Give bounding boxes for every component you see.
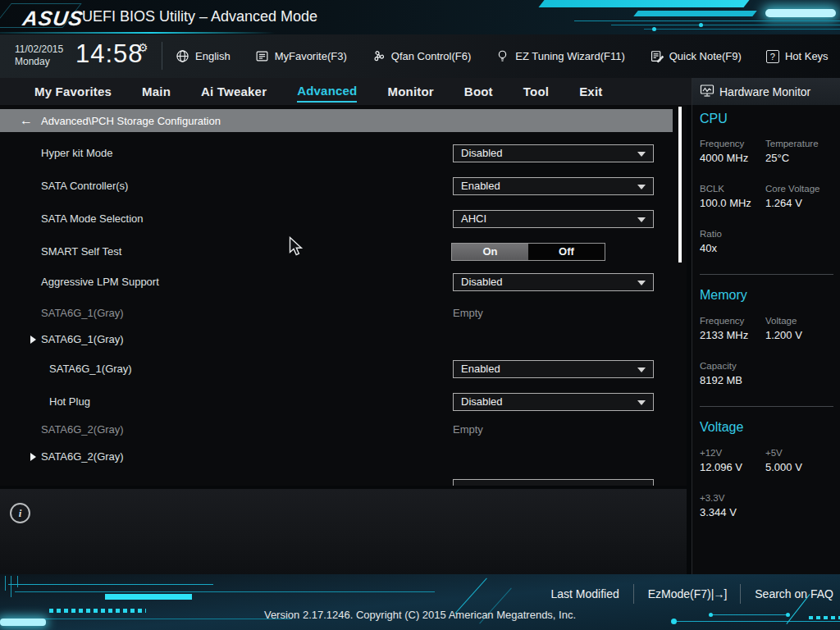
expandable-setting-row[interactable]: SATA6G_2(Gray): [0, 448, 673, 466]
chevron-down-icon: [637, 368, 646, 372]
date-display[interactable]: 11/02/2015 Monday: [15, 43, 63, 68]
circuit-decoration: [11, 576, 11, 597]
breadcrumb[interactable]: ← Advanced\PCH Storage Configuration: [0, 109, 673, 132]
qfan-control-button[interactable]: Qfan Control(F6): [372, 49, 472, 63]
header: ASUS UEFI BIOS Utility – Advanced Mode 1…: [0, 0, 840, 78]
language-label: English: [195, 50, 231, 62]
setting-row: SATA Controller(s) Enabled: [0, 177, 673, 195]
day-text: Monday: [15, 56, 63, 68]
circuit-decoration: [611, 25, 840, 25]
search-on-faq-button[interactable]: Search on FAQ: [755, 587, 833, 600]
cpu-bclk-stat: BCLK 100.0 MHz: [700, 184, 765, 209]
setting-label: SATA6G_2(Gray): [41, 421, 124, 439]
hardware-monitor-panel: Hardware Monitor CPU Frequency 4000 MHz …: [692, 78, 840, 574]
tab-my-favorites[interactable]: My Favorites: [34, 81, 112, 102]
cpu-temperature-stat: Temperature 25°C: [765, 139, 831, 164]
section-divider: [700, 274, 833, 275]
setting-label: SMART Self Test: [41, 243, 121, 261]
setting-row: SMART Self Test On Off: [0, 243, 673, 261]
last-modified-button[interactable]: Last Modified: [550, 587, 619, 600]
ez-tuning-label: EZ Tuning Wizard(F11): [515, 50, 624, 62]
back-arrow-icon[interactable]: ←: [20, 114, 33, 127]
setting-row: SATA6G_1(Gray) Enabled: [0, 360, 673, 378]
ezmode-button[interactable]: EzMode(F7)|→]: [648, 587, 727, 600]
setting-label: SATA6G_2(Gray): [41, 448, 124, 466]
setting-label: Hot Plug: [49, 393, 90, 411]
circuit-decoration: [15, 591, 435, 592]
fan-icon: [372, 49, 386, 63]
setting-dropdown[interactable]: AHCI: [453, 210, 654, 228]
toolbar-divider: [162, 42, 162, 70]
hot-keys-button[interactable]: ? Hot Keys: [766, 50, 829, 63]
circuit-decoration: [699, 23, 703, 27]
tab-exit[interactable]: Exit: [579, 81, 602, 102]
cpu-section-title: CPU: [700, 112, 728, 126]
cpu-frequency-stat: Frequency 4000 MHz: [700, 139, 765, 164]
expandable-setting-row[interactable]: SATA6G_1(Gray): [0, 331, 673, 349]
help-panel: i: [0, 489, 687, 574]
hardware-monitor-header: Hardware Monitor: [692, 78, 840, 105]
tab-main[interactable]: Main: [142, 81, 171, 102]
setting-label: SATA Mode Selection: [41, 210, 144, 228]
setting-dropdown[interactable]: [453, 479, 654, 486]
info-icon: i: [10, 503, 30, 523]
setting-row: SATA Mode Selection AHCI: [0, 210, 673, 228]
circuit-decoration: [105, 594, 192, 600]
title-banner: ASUS UEFI BIOS Utility – Advanced Mode: [0, 0, 840, 34]
cpu-core-voltage-stat: Core Voltage 1.264 V: [765, 184, 831, 209]
setting-dropdown[interactable]: Enabled: [453, 177, 654, 195]
qfan-label: Qfan Control(F6): [391, 50, 472, 62]
setting-dropdown[interactable]: Disabled: [453, 273, 654, 291]
footer-divider: [740, 584, 741, 604]
cpu-ratio-stat: Ratio 40x: [700, 229, 765, 254]
asus-logo: ASUS: [21, 7, 85, 30]
myfavorite-button[interactable]: MyFavorite(F3): [255, 49, 347, 63]
time-edit-gear-icon[interactable]: ⚙: [138, 41, 148, 54]
footer-links: Last Modified EzMode(F7)|→] Search on FA…: [550, 584, 833, 604]
tab-ai-tweaker[interactable]: Ai Tweaker: [201, 81, 267, 102]
voltage-3v-stat: +3.3V 3.344 V: [700, 493, 765, 518]
voltage-section-title: Voltage: [700, 420, 743, 435]
setting-dropdown[interactable]: Enabled: [453, 360, 654, 378]
circuit-decoration: [674, 621, 840, 622]
setting-label: SATA6G_1(Gray): [41, 304, 124, 322]
toggle-off-option[interactable]: Off: [528, 244, 605, 260]
toolbar-items: English MyFavorite(F3) Qfan Control(F6) …: [176, 34, 829, 78]
globe-icon: [176, 49, 189, 63]
circuit-decoration: [0, 32, 275, 34]
setting-dropdown[interactable]: Disabled: [453, 144, 654, 162]
on-off-toggle[interactable]: On Off: [451, 243, 605, 261]
setting-value: Empty: [453, 304, 483, 322]
setting-row: SATA6G_2(Gray) Empty: [0, 421, 673, 439]
ez-tuning-wizard-button[interactable]: EZ Tuning Wizard(F11): [495, 49, 624, 63]
toolbar: 11/02/2015 Monday 14:58 ⚙ English MyFavo…: [0, 34, 840, 78]
toggle-on-option[interactable]: On: [452, 244, 528, 260]
note-pencil-icon: [650, 49, 664, 63]
setting-dropdown[interactable]: Disabled: [453, 393, 654, 411]
tab-advanced[interactable]: Advanced: [297, 80, 357, 103]
memory-capacity-stat: Capacity 8192 MB: [700, 361, 765, 386]
quick-note-button[interactable]: Quick Note(F9): [650, 49, 742, 63]
tab-monitor[interactable]: Monitor: [387, 81, 433, 102]
exit-to-ezmode-icon: |→]: [711, 587, 727, 600]
language-button[interactable]: English: [176, 49, 231, 63]
circuit-decoration: [652, 27, 656, 31]
lightbulb-icon: [495, 49, 509, 63]
tab-boot[interactable]: Boot: [464, 81, 493, 102]
chevron-down-icon: [637, 185, 646, 189]
chevron-down-icon: [637, 281, 646, 285]
setting-label: Aggressive LPM Support: [41, 273, 159, 291]
circuit-decoration: [574, 21, 840, 21]
hardware-monitor-title: Hardware Monitor: [719, 85, 810, 98]
monitor-icon: [700, 84, 714, 100]
setting-label: SATA6G_1(Gray): [49, 360, 132, 378]
time-display[interactable]: 14:58: [75, 39, 144, 69]
settings-panel: ← Advanced\PCH Storage Configuration Hyp…: [0, 105, 687, 486]
tab-tool[interactable]: Tool: [523, 81, 549, 102]
section-divider: [700, 406, 833, 407]
scrollbar-thumb[interactable]: [678, 107, 682, 262]
mouse-cursor: [289, 236, 304, 260]
version-text: Version 2.17.1246. Copyright (C) 2015 Am…: [0, 609, 840, 621]
quick-note-label: Quick Note(F9): [669, 50, 742, 62]
setting-row: SATA6G_1(Gray) Empty: [0, 304, 673, 322]
